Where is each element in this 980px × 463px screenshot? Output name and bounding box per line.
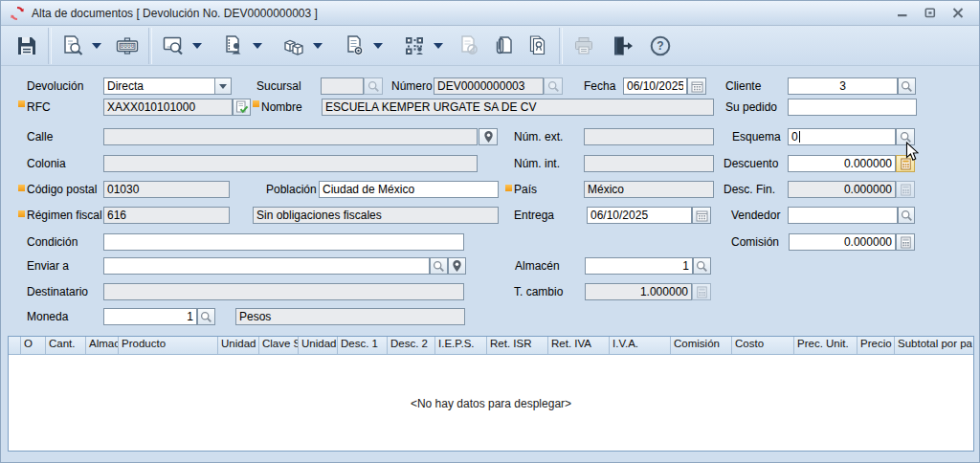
codigo-postal-input (103, 181, 230, 198)
fecha-input[interactable] (623, 77, 687, 95)
grid-column-header[interactable]: Subtotal por par (895, 337, 972, 354)
mouse-cursor (905, 142, 919, 165)
certificates-icon (525, 33, 550, 58)
devolucion-dropdown-button[interactable] (214, 77, 232, 95)
codigo-postal-label: Código postal (27, 183, 97, 196)
qr-stamp-dropdown[interactable] (432, 30, 445, 62)
moneda-search-button[interactable] (197, 308, 215, 325)
search-icon (901, 209, 913, 222)
minimize-button[interactable] (897, 8, 908, 18)
grid-column-header[interactable] (9, 337, 21, 354)
grid-column-header[interactable]: Prec. Unit. (794, 337, 858, 354)
devolucion-label: Devolución (27, 79, 83, 93)
devolucion-combobox[interactable] (103, 77, 215, 95)
grid-column-header[interactable]: I.V.A. (610, 337, 671, 354)
grid-column-header[interactable]: Producto (119, 337, 218, 354)
grid-column-header[interactable]: Comisión (671, 337, 732, 354)
grid-column-header[interactable]: Desc. 1 (338, 337, 388, 354)
poblacion-label: Población (266, 183, 317, 196)
destinatario-label: Destinatario (27, 285, 88, 298)
preview-search-icon (161, 33, 186, 58)
pais-input (584, 181, 714, 198)
search-icon (696, 260, 708, 273)
entrega-calendar-button[interactable] (692, 207, 711, 224)
restore-button[interactable] (924, 8, 936, 18)
document-search-dropdown[interactable] (90, 30, 103, 62)
close-button[interactable] (952, 8, 964, 18)
comision-calculator-button[interactable] (896, 233, 915, 251)
folio-counter-button[interactable]: 0000 (113, 30, 142, 62)
pais-required-marker (505, 185, 512, 191)
grid-column-header[interactable]: Almacé (86, 337, 119, 354)
cliente-search-button[interactable] (898, 77, 916, 95)
calendar-icon (696, 209, 708, 222)
su-pedido-input[interactable] (788, 99, 917, 116)
toolbar: 0000 (1, 26, 979, 66)
products-icon (281, 33, 306, 58)
qr-stamp-button[interactable] (400, 30, 429, 62)
cliente-input[interactable] (788, 77, 898, 95)
num-int-input (584, 155, 714, 172)
chevron-down-icon (253, 43, 262, 49)
grid-column-header[interactable]: Unidad (218, 337, 259, 354)
grid-column-header[interactable]: Unidad (299, 337, 338, 354)
exit-button[interactable] (608, 30, 636, 62)
products-button[interactable] (279, 30, 308, 62)
rfc-validate-button[interactable] (233, 99, 251, 116)
grid-column-header[interactable]: I.E.P.S. (435, 337, 487, 354)
descuento-input[interactable] (788, 155, 896, 172)
exit-icon (610, 33, 635, 58)
enviar-a-map-pin-button[interactable] (448, 257, 466, 275)
calle-map-pin-button[interactable] (479, 128, 498, 145)
sucursal-input (321, 77, 364, 95)
document-options-button[interactable] (340, 30, 368, 62)
close-icon (954, 9, 963, 17)
enviar-a-search-button[interactable] (430, 257, 448, 275)
preview-search-dropdown[interactable] (190, 30, 204, 62)
entrega-label: Entrega (514, 209, 554, 222)
colonia-input (103, 155, 478, 172)
search-icon (901, 80, 913, 93)
entrega-input[interactable] (587, 207, 692, 224)
grid-column-header[interactable]: Precio c (858, 337, 895, 354)
attachments-button[interactable] (489, 30, 518, 62)
search-icon (200, 311, 212, 323)
svg-text:?: ? (657, 39, 663, 53)
moneda-input[interactable] (103, 308, 197, 325)
fecha-calendar-button[interactable] (687, 77, 706, 95)
grid-column-header[interactable]: Ret. IVA (548, 337, 610, 354)
grid-column-header[interactable]: Desc. 2 (388, 337, 435, 354)
grid-column-header[interactable]: Costo (732, 337, 794, 354)
numero-label: Número (391, 79, 433, 93)
esquema-input[interactable]: 0 (788, 128, 896, 145)
help-button[interactable]: ? (646, 30, 675, 62)
save-button[interactable] (12, 30, 41, 62)
almacen-input[interactable] (585, 257, 693, 275)
client-document-button[interactable] (219, 30, 248, 62)
grid-column-header[interactable]: Clave S (259, 337, 299, 354)
grid-column-header[interactable]: Cant. (46, 337, 86, 354)
poblacion-input[interactable] (319, 181, 499, 198)
svg-text:0000: 0000 (121, 42, 135, 49)
enviar-a-input[interactable] (103, 257, 430, 275)
vendedor-search-button[interactable] (898, 207, 915, 224)
vendedor-input[interactable] (788, 207, 898, 224)
condicion-input[interactable] (103, 233, 464, 251)
client-document-dropdown[interactable] (251, 30, 264, 62)
products-dropdown[interactable] (311, 30, 324, 62)
rfc-input (103, 99, 233, 116)
comision-input[interactable] (789, 233, 896, 251)
condicion-label: Condición (27, 235, 78, 249)
items-grid: O Cant. Almacé Producto Unidad Clave S U… (8, 336, 974, 452)
certificates-button[interactable] (523, 30, 552, 62)
preview-search-button[interactable] (159, 30, 188, 62)
grid-column-header[interactable]: O (21, 337, 46, 354)
document-options-dropdown[interactable] (371, 30, 385, 62)
rfc-required-marker (18, 100, 25, 107)
almacen-search-button[interactable] (693, 257, 711, 275)
print-icon (571, 33, 596, 58)
nombre-label: Nombre (261, 100, 302, 114)
document-search-button[interactable] (58, 30, 87, 62)
search-icon (368, 80, 380, 93)
grid-column-header[interactable]: Ret. ISR (487, 337, 548, 354)
